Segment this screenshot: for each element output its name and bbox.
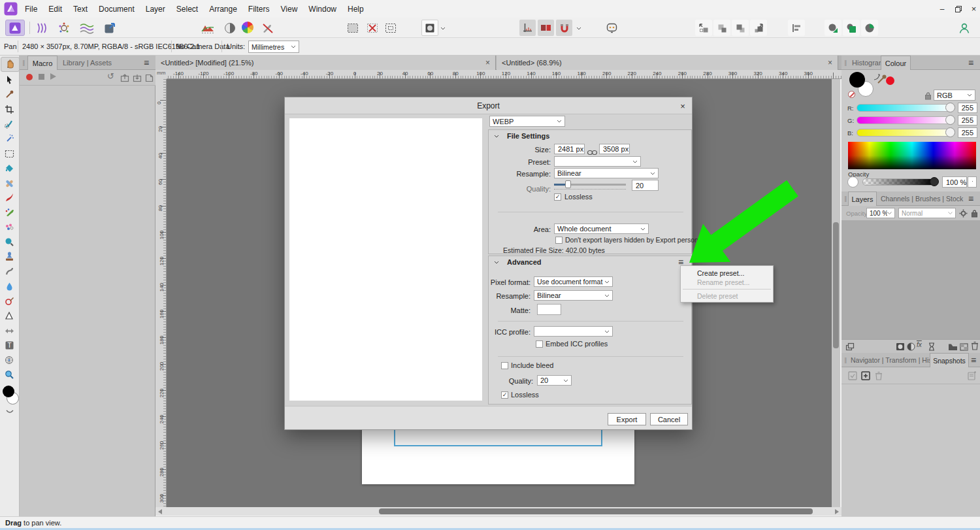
auto-levels-icon[interactable] [200, 21, 216, 35]
menu-layer[interactable]: Layer [146, 5, 165, 14]
export-persona-icon[interactable] [102, 21, 118, 35]
panel-grip[interactable]: ∥ [844, 357, 848, 363]
layers-list-empty[interactable] [841, 221, 980, 339]
clone-stamp-tool[interactable] [1, 250, 18, 264]
menu-help[interactable]: Help [348, 5, 364, 14]
assistant-icon[interactable] [603, 20, 620, 36]
reset-macro-icon[interactable]: ↺ [107, 72, 114, 80]
delete-snapshot-icon[interactable] [875, 371, 883, 383]
back-one-icon[interactable] [713, 20, 730, 36]
primary-colour-swatch[interactable] [849, 72, 865, 88]
pixel-tool[interactable] [1, 221, 18, 235]
move-to-back-icon[interactable] [695, 20, 712, 36]
horizontal-ruler[interactable]: -140-120-100-80-60-40-200204060801001201… [167, 70, 841, 79]
show-guides-icon[interactable] [519, 20, 536, 36]
window-restore-button[interactable] [951, 0, 966, 18]
account-icon[interactable] [955, 20, 973, 36]
collapse-icon[interactable] [494, 135, 499, 138]
panel-grip[interactable]: ∥ [844, 59, 848, 66]
menu-text[interactable]: Text [73, 5, 88, 14]
flood-select-tool[interactable] [1, 132, 18, 146]
opacity-swatch[interactable] [847, 176, 858, 188]
doc-tab-1[interactable]: <Untitled> [Modified] (21.5%) × [155, 56, 496, 70]
panel-grip[interactable]: ∥ [22, 59, 26, 66]
menu-select[interactable]: Select [176, 5, 198, 14]
area-dropdown[interactable]: Whole document [554, 224, 649, 234]
export-dialog-close-button[interactable]: × [678, 101, 688, 111]
move-to-front-icon[interactable] [750, 20, 767, 36]
blend-mode-dropdown[interactable]: Normal [898, 208, 956, 218]
menu-view[interactable]: View [281, 5, 298, 14]
opacity-slider-thumb[interactable] [930, 177, 939, 186]
green-value-field[interactable]: 255 [958, 115, 977, 125]
units-dropdown[interactable]: Millimetres [248, 41, 299, 53]
scroll-right-icon[interactable] [835, 509, 839, 514]
blue-slider[interactable] [857, 129, 952, 137]
layers-panel-menu-icon[interactable]: ≡ [968, 194, 973, 203]
text-tool[interactable]: T [1, 339, 18, 352]
menu-item-create-preset[interactable]: Create preset... [681, 269, 773, 278]
smudge-tool[interactable] [1, 265, 18, 278]
lossless-checkbox[interactable]: ✓ [554, 193, 561, 201]
mesh-warp-tool[interactable] [1, 354, 18, 367]
alignment-icon[interactable] [788, 20, 805, 36]
window-close-button[interactable]: × [968, 0, 980, 18]
duplicate-icon[interactable] [845, 342, 855, 354]
tabs-channels-brushes-stock[interactable]: Channels | Brushes | Stock [881, 195, 963, 203]
develop-persona-icon[interactable] [56, 21, 72, 35]
export-macro-icon[interactable] [133, 73, 142, 85]
tab-snapshots[interactable]: Snapshots [930, 353, 969, 367]
snapshots-panel-menu-icon[interactable]: ≡ [971, 356, 976, 365]
embed-icc-checkbox[interactable] [536, 340, 543, 348]
zoom-tool[interactable] [1, 368, 18, 382]
green-slider-thumb[interactable] [945, 115, 955, 125]
vertical-scrollbar-thumb[interactable] [833, 222, 839, 348]
vertical-scrollbar[interactable] [832, 79, 840, 507]
picked-colour-swatch[interactable] [886, 76, 894, 85]
colour-replacement-brush-tool[interactable] [1, 206, 18, 220]
tabs-library-assets[interactable]: Library | Assets [63, 59, 112, 67]
scroll-left-icon[interactable] [158, 509, 162, 514]
healing-brush-tool[interactable] [1, 176, 18, 190]
left-panel-menu-icon[interactable]: ≡ [144, 58, 149, 67]
preset-dropdown[interactable] [554, 156, 641, 167]
menu-window[interactable]: Window [308, 5, 336, 14]
vertical-ruler[interactable]: 0204060801001201401601802002202402602803… [155, 79, 167, 507]
tab-macro[interactable]: Macro [27, 56, 57, 70]
close-icon[interactable]: × [485, 58, 490, 67]
invert-pixel-selection-icon[interactable] [383, 20, 399, 35]
export-format-dropdown[interactable]: WEBP [489, 116, 565, 127]
quality-value-field[interactable]: 20 [632, 180, 659, 191]
red-slider[interactable] [857, 104, 952, 112]
quick-mask-dropdown-icon[interactable] [439, 25, 447, 31]
crop-tool[interactable] [1, 103, 18, 116]
new-document-from-snapshot-icon[interactable] [968, 371, 976, 383]
live-filter-icon[interactable]: fx [917, 341, 922, 348]
node-tool[interactable] [1, 309, 18, 323]
stop-macro-icon[interactable] [39, 74, 44, 80]
adv-resample-dropdown[interactable]: Bilinear [534, 290, 613, 301]
delete-layer-icon[interactable] [971, 341, 979, 353]
colour-spectrum[interactable] [848, 142, 976, 169]
deselect-icon[interactable] [365, 20, 380, 35]
menu-filters[interactable]: Filters [248, 5, 270, 14]
horizontal-scrollbar[interactable] [155, 507, 841, 516]
snapshots-list-empty[interactable] [841, 384, 980, 516]
group-layers-icon[interactable] [948, 342, 958, 354]
tab-histogram[interactable]: Histogram [852, 59, 885, 67]
insert-behind-icon[interactable] [825, 20, 841, 36]
no-colour-icon[interactable] [848, 91, 855, 98]
close-icon[interactable]: × [828, 58, 832, 67]
move-tool[interactable] [1, 73, 18, 87]
hidden-layers-checkbox[interactable] [555, 237, 563, 244]
auto-white-balance-icon[interactable] [260, 21, 276, 35]
red-slider-thumb[interactable] [945, 103, 955, 112]
selection-brush-tool[interactable] [1, 117, 18, 131]
lock-icon[interactable] [924, 91, 932, 103]
liquify-persona-icon[interactable] [34, 21, 50, 35]
matte-swatch[interactable] [537, 304, 561, 315]
flood-fill-tool[interactable] [1, 161, 18, 175]
forward-one-icon[interactable] [732, 20, 749, 36]
auto-contrast-icon[interactable] [222, 21, 238, 35]
auto-colour-icon[interactable] [242, 22, 253, 33]
